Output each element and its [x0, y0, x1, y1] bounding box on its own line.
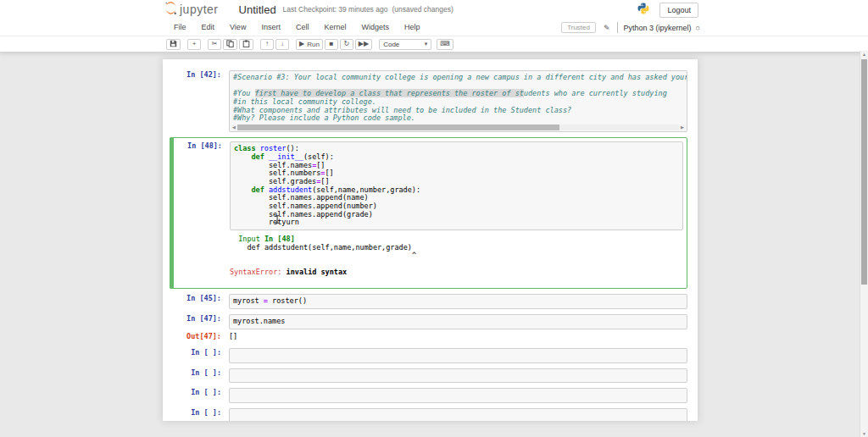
unsaved-changes-label: (unsaved changes)	[392, 5, 453, 14]
menu-help[interactable]: Help	[397, 19, 428, 35]
app-header: jupyter Untitled Last Checkpoint: 39 min…	[0, 0, 868, 53]
logout-button[interactable]: Logout	[659, 3, 698, 18]
code-content: #Scenario #3: Your local community colle…	[233, 74, 683, 123]
error-traceback: Input In [48] def addstudent(self,name,n…	[230, 235, 683, 276]
empty-code-cell-3[interactable]: In [ ]:	[163, 388, 687, 403]
copy-icon	[226, 40, 234, 49]
empty-code-cell-2[interactable]: In [ ]:	[163, 368, 687, 384]
text-cursor-icon	[275, 212, 281, 227]
python-logo-icon	[637, 3, 649, 18]
code-input-48[interactable]: class roster(): def __init__(self): self…	[230, 141, 683, 230]
input-prompt: In [42]:	[163, 70, 229, 132]
jupyter-logo-text: jupyter	[180, 3, 219, 16]
cell-output-row: Input In [48] def addstudent(self,name,n…	[170, 235, 683, 276]
header-right: Logout	[637, 3, 698, 18]
scroll-left-icon[interactable]: ◀	[231, 124, 237, 130]
scroll-right-icon[interactable]: ▶	[679, 124, 686, 130]
keyboard-icon: ⌨	[440, 41, 450, 47]
move-cell-down-button[interactable]: ↓	[275, 39, 289, 50]
code-content	[233, 351, 683, 360]
code-content: myrost = roster()	[233, 297, 683, 306]
page-scrollbar[interactable]: ▲ ▼	[860, 51, 868, 437]
cell-type-dropdown[interactable]: Code ▾	[379, 39, 431, 50]
empty-code-input[interactable]	[229, 348, 687, 363]
divider	[617, 22, 618, 33]
save-button[interactable]	[166, 39, 181, 50]
cut-cell-button[interactable]: ✂	[208, 39, 221, 50]
jupyter-logo[interactable]: jupyter	[164, 1, 219, 19]
menu-edit[interactable]: Edit	[194, 19, 223, 35]
cell-input-row[interactable]: In [48]: class roster(): def __init__(se…	[170, 141, 683, 230]
copy-cell-button[interactable]	[223, 39, 237, 50]
empty-code-cell-4[interactable]: In [ ]:	[163, 408, 687, 421]
menu-file[interactable]: File	[166, 19, 194, 35]
code-input-45[interactable]: myrost = roster()	[229, 294, 687, 309]
selected-code-cell-48[interactable]: In [48]: class roster(): def __init__(se…	[170, 137, 687, 289]
scroll-up-icon[interactable]: ▲	[860, 52, 868, 57]
toolbar: + ✂ ↑ ↓ ▶ Run ■ ↻ ▶▶ Code ▾ ⌨	[0, 36, 868, 52]
notebook-container: In [42]: #Scenario #3: Your local commun…	[163, 59, 698, 421]
code-cell-42[interactable]: In [42]: #Scenario #3: Your local commun…	[163, 70, 687, 132]
code-content	[233, 372, 683, 380]
input-prompt: In [47]:	[163, 314, 229, 329]
menu-kernel[interactable]: Kernel	[316, 19, 353, 35]
input-prompt: In [48]:	[170, 141, 230, 230]
input-prompt: In [ ]:	[163, 388, 229, 403]
scrollbar-track[interactable]	[237, 124, 679, 130]
scroll-down-icon[interactable]: ▼	[860, 431, 868, 436]
input-prompt: In [45]:	[163, 294, 229, 309]
run-label: Run	[307, 41, 320, 48]
add-cell-button[interactable]: +	[187, 39, 201, 50]
input-prompt: In [ ]:	[163, 348, 229, 363]
command-palette-button[interactable]: ⌨	[437, 39, 453, 50]
restart-icon: ↻	[343, 41, 349, 47]
scrollbar-thumb[interactable]	[237, 124, 559, 130]
save-icon	[170, 40, 177, 49]
kernel-idle-icon: ○	[696, 24, 700, 32]
play-icon: ▶	[299, 41, 304, 47]
run-button[interactable]: ▶ Run	[296, 39, 323, 50]
output-cell-47: Out[47]: []	[163, 332, 687, 341]
stop-icon: ■	[329, 41, 333, 47]
code-content	[233, 391, 683, 400]
input-prompt: In [ ]:	[163, 408, 229, 421]
code-content	[233, 412, 683, 420]
code-cell-45[interactable]: In [45]: myrost = roster()	[163, 294, 687, 309]
fast-forward-icon: ▶▶	[359, 41, 369, 47]
interrupt-kernel-button[interactable]: ■	[325, 39, 338, 50]
code-content: myrost.names	[233, 318, 683, 326]
empty-code-input[interactable]	[229, 368, 687, 384]
code-cell-47[interactable]: In [47]: myrost.names	[163, 314, 687, 329]
menu-insert[interactable]: Insert	[253, 19, 288, 35]
input-prompt: In [ ]:	[163, 368, 229, 384]
plus-icon: +	[192, 41, 197, 47]
empty-code-input[interactable]	[229, 408, 687, 421]
output-value: []	[229, 332, 237, 341]
horizontal-scrollbar[interactable]: ◀ ▶	[231, 124, 686, 130]
move-cell-up-button[interactable]: ↑	[260, 39, 274, 50]
arrow-down-icon: ↓	[281, 41, 284, 47]
empty-code-cell-1[interactable]: In [ ]:	[163, 348, 687, 363]
empty-code-input[interactable]	[229, 388, 687, 403]
code-input-42[interactable]: #Scenario #3: Your local community colle…	[229, 70, 687, 132]
menu-bar: File Edit View Insert Cell Kernel Widget…	[0, 19, 868, 36]
restart-run-all-button[interactable]: ▶▶	[355, 39, 372, 50]
paste-icon	[242, 40, 250, 49]
restart-kernel-button[interactable]: ↻	[340, 39, 353, 50]
menu-widgets[interactable]: Widgets	[353, 19, 397, 35]
page-scrollbar-thumb[interactable]	[861, 59, 867, 285]
menu-view[interactable]: View	[222, 19, 253, 35]
scissors-icon: ✂	[212, 41, 218, 47]
arrow-up-icon: ↑	[265, 41, 269, 47]
code-input-47[interactable]: myrost.names	[229, 314, 687, 329]
output-prompt-empty	[170, 235, 230, 276]
checkpoint-status: Last Checkpoint: 39 minutes ago	[283, 5, 388, 14]
notebook-title[interactable]: Untitled	[239, 3, 276, 16]
menu-cell[interactable]: Cell	[288, 19, 317, 35]
output-prompt: Out[47]:	[163, 332, 229, 341]
code-content: class roster(): def __init__(self): self…	[234, 145, 679, 227]
cell-type-value: Code	[383, 41, 399, 48]
header-row: jupyter Untitled Last Checkpoint: 39 min…	[0, 0, 868, 19]
paste-cell-button[interactable]	[239, 39, 253, 50]
pencil-icon: ✎	[604, 24, 610, 32]
